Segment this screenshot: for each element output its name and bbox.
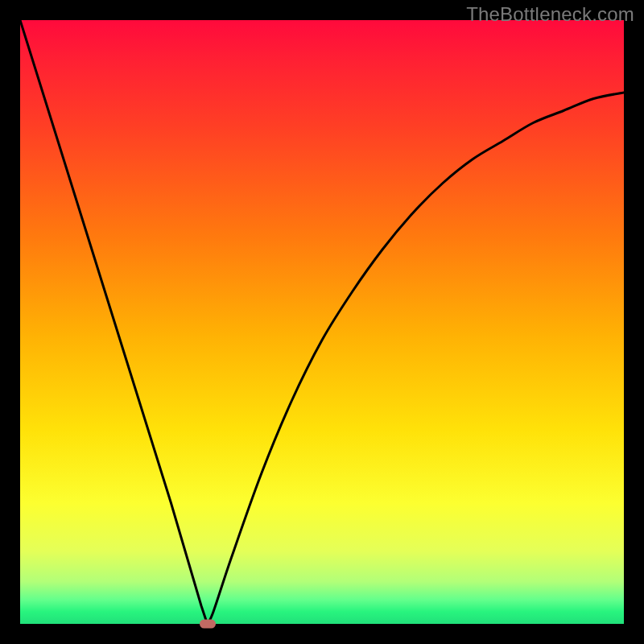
plot-area <box>20 20 624 624</box>
chart-frame: TheBottleneck.com <box>0 0 644 644</box>
watermark-label: TheBottleneck.com <box>466 3 634 26</box>
bottleneck-curve <box>20 20 624 624</box>
optimum-marker <box>200 620 216 629</box>
curve-path <box>20 20 624 624</box>
